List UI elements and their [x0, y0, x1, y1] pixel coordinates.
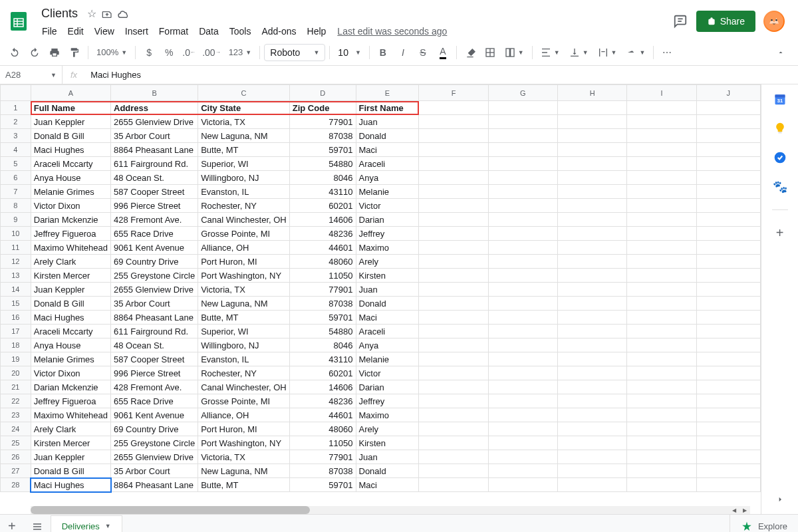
cell[interactable]: Donald B Gill — [31, 464, 110, 478]
cell[interactable] — [419, 143, 488, 157]
contacts-icon[interactable]: 🐾 — [773, 180, 787, 194]
cell[interactable] — [696, 338, 760, 352]
row-header[interactable]: 8 — [1, 199, 31, 213]
cell[interactable]: 11050 — [289, 269, 356, 283]
menu-insert[interactable]: Insert — [120, 23, 153, 39]
cell[interactable]: 44601 — [289, 241, 356, 255]
menu-format[interactable]: Format — [154, 23, 193, 39]
cell[interactable]: New Laguna, NM — [198, 464, 290, 478]
cell[interactable]: 2655 Glenview Drive — [111, 283, 198, 297]
column-header[interactable]: C — [198, 85, 290, 101]
bold-button[interactable]: B — [374, 43, 392, 62]
cell[interactable]: Kirsten Mercer — [31, 436, 110, 450]
cell[interactable] — [557, 185, 626, 199]
cell[interactable] — [696, 241, 760, 255]
column-header[interactable]: F — [419, 85, 488, 101]
more-formats-select[interactable]: 123▼ — [225, 43, 256, 62]
zoom-select[interactable]: 100%▼ — [92, 43, 131, 62]
cell[interactable] — [419, 422, 488, 436]
cell[interactable] — [627, 436, 696, 450]
cell[interactable]: Maci — [356, 311, 419, 325]
cell[interactable]: Willingboro, NJ — [198, 338, 290, 352]
cell[interactable] — [557, 129, 626, 143]
cell[interactable] — [627, 380, 696, 394]
cell[interactable] — [419, 450, 488, 464]
collapse-toolbar-icon[interactable] — [769, 46, 793, 59]
cell[interactable]: 14606 — [289, 213, 356, 227]
cell[interactable]: Maximo Whitehead — [31, 408, 110, 422]
cell[interactable]: Grosse Pointe, MI — [198, 394, 290, 408]
cell[interactable] — [419, 255, 488, 269]
cell[interactable] — [696, 227, 760, 241]
cell[interactable]: Melanie Grimes — [31, 185, 110, 199]
cell[interactable] — [419, 311, 488, 325]
cell[interactable]: 48 Ocean St. — [111, 171, 198, 185]
menu-view[interactable]: View — [90, 23, 119, 39]
cell[interactable]: Grosse Pointe, MI — [198, 227, 290, 241]
cell[interactable] — [488, 408, 557, 422]
column-header[interactable]: J — [696, 85, 760, 101]
cell[interactable] — [627, 157, 696, 171]
cell[interactable]: 8864 Pheasant Lane — [111, 478, 198, 492]
row-header[interactable]: 19 — [1, 352, 31, 366]
cell[interactable]: Willingboro, NJ — [198, 171, 290, 185]
cell[interactable] — [627, 199, 696, 213]
cell[interactable]: Alliance, OH — [198, 241, 290, 255]
column-header[interactable]: B — [111, 85, 198, 101]
cell[interactable]: Araceli — [356, 325, 419, 338]
cell[interactable]: 587 Cooper Street — [111, 185, 198, 199]
cell[interactable]: Juan — [356, 450, 419, 464]
cell[interactable]: 8046 — [289, 171, 356, 185]
cell[interactable] — [696, 464, 760, 478]
row-header[interactable]: 5 — [1, 157, 31, 171]
cell[interactable] — [696, 297, 760, 311]
column-header[interactable]: G — [488, 85, 557, 101]
keep-icon[interactable] — [773, 122, 787, 135]
cell[interactable] — [696, 157, 760, 171]
cell[interactable] — [419, 436, 488, 450]
row-header[interactable]: 10 — [1, 227, 31, 241]
row-header[interactable]: 12 — [1, 255, 31, 269]
cell[interactable] — [696, 185, 760, 199]
cell[interactable] — [419, 297, 488, 311]
more-toolbar-button[interactable]: ⋯ — [658, 43, 676, 62]
cell[interactable] — [488, 115, 557, 129]
merge-cells-button[interactable]: ▼ — [501, 43, 528, 62]
cell[interactable]: 35 Arbor Court — [111, 129, 198, 143]
menu-file[interactable]: File — [37, 23, 62, 39]
scroll-left-icon[interactable]: ◀ — [729, 506, 739, 514]
cell[interactable]: 996 Pierce Street — [111, 199, 198, 213]
cell[interactable]: 2655 Glenview Drive — [111, 115, 198, 129]
cell[interactable]: Victor — [356, 199, 419, 213]
cell[interactable] — [696, 450, 760, 464]
cell[interactable] — [627, 366, 696, 380]
row-header[interactable]: 3 — [1, 129, 31, 143]
row-header[interactable]: 9 — [1, 213, 31, 227]
cell[interactable] — [627, 311, 696, 325]
cell[interactable]: New Laguna, NM — [198, 129, 290, 143]
cell[interactable] — [488, 325, 557, 338]
cell[interactable]: Anya House — [31, 171, 110, 185]
cell[interactable] — [696, 171, 760, 185]
cell[interactable] — [557, 283, 626, 297]
cell[interactable] — [488, 213, 557, 227]
spreadsheet-grid[interactable]: ABCDEFGHIJ1Full NameAddressCity StateZip… — [0, 84, 761, 514]
cell[interactable]: 60201 — [289, 366, 356, 380]
currency-button[interactable]: $ — [140, 43, 158, 62]
fill-color-button[interactable] — [461, 43, 479, 62]
cell[interactable]: 54880 — [289, 157, 356, 171]
cell[interactable] — [488, 436, 557, 450]
cell[interactable] — [696, 115, 760, 129]
cell[interactable]: Maci — [356, 143, 419, 157]
cell[interactable] — [627, 394, 696, 408]
cell[interactable]: Arely — [356, 255, 419, 269]
row-header[interactable]: 7 — [1, 185, 31, 199]
cell[interactable]: Juan — [356, 283, 419, 297]
cell[interactable]: 9061 Kent Avenue — [111, 408, 198, 422]
cell[interactable] — [419, 241, 488, 255]
row-header[interactable]: 16 — [1, 311, 31, 325]
cell[interactable] — [627, 338, 696, 352]
row-header[interactable]: 14 — [1, 283, 31, 297]
menu-addons[interactable]: Add-ons — [257, 23, 301, 39]
formula-input[interactable]: Maci Hughes — [85, 70, 798, 80]
